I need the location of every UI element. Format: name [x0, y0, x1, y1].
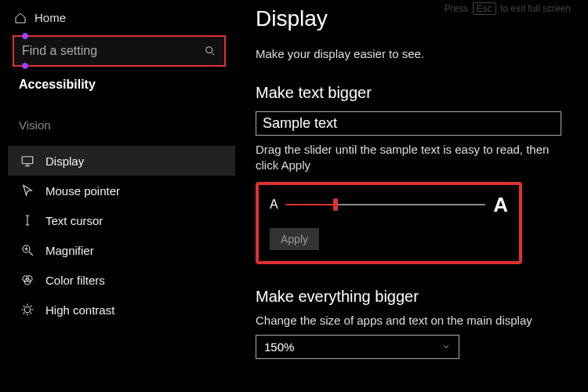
color-filters-icon	[20, 273, 34, 287]
selection-handle-icon	[22, 63, 28, 69]
sample-text-preview: Sample text	[256, 111, 561, 136]
scale-instruction: Change the size of apps and text on the …	[256, 314, 561, 327]
sidebar-item-text-cursor[interactable]: Text cursor	[8, 205, 235, 235]
home-icon	[14, 12, 27, 24]
slider-instruction: Drag the slider until the sample text is…	[256, 142, 561, 174]
sidebar-item-mouse-pointer[interactable]: Mouse pointer	[8, 176, 235, 205]
sidebar-item-display[interactable]: Display	[8, 146, 235, 176]
search-box[interactable]	[13, 35, 226, 67]
search-icon	[204, 45, 216, 57]
big-a-label: A	[493, 193, 508, 217]
text-size-control-highlight: A A Apply	[256, 182, 522, 264]
sidebar-item-label: Color filters	[45, 274, 105, 287]
svg-rect-1	[22, 157, 33, 164]
apply-button[interactable]: Apply	[270, 228, 319, 250]
sidebar: Home Accessibility Vision Display Mouse …	[0, 0, 235, 392]
sidebar-group-label: Vision	[8, 118, 235, 132]
esc-key-icon: Esc	[473, 2, 496, 15]
sidebar-section-title: Accessibility	[8, 78, 235, 92]
text-size-slider-row: A A	[270, 193, 508, 217]
text-cursor-icon	[20, 213, 34, 227]
search-input[interactable]	[22, 44, 204, 58]
chevron-down-icon	[441, 342, 451, 351]
page-subtitle: Make your display easier to see.	[256, 47, 571, 60]
monitor-icon	[20, 154, 34, 168]
main-panel: Press Esc to exit full screen Display Ma…	[235, 0, 588, 392]
sidebar-item-label: Mouse pointer	[45, 184, 120, 198]
sidebar-item-label: High contrast	[45, 303, 114, 317]
sidebar-item-magnifier[interactable]: Magnifier	[8, 235, 235, 265]
sidebar-item-label: Magnifier	[45, 244, 94, 257]
small-a-label: A	[270, 198, 278, 212]
slider-thumb[interactable]	[333, 198, 338, 211]
dropdown-value: 150%	[264, 340, 294, 354]
section-make-text-bigger: Make text bigger	[256, 84, 571, 102]
home-label: Home	[34, 11, 66, 24]
home-nav[interactable]: Home	[8, 8, 235, 27]
high-contrast-icon	[20, 303, 34, 317]
cursor-icon	[20, 183, 34, 198]
display-scale-dropdown[interactable]: 150%	[256, 335, 459, 359]
magnifier-icon	[20, 243, 34, 257]
selection-handle-icon	[22, 33, 28, 39]
text-size-slider[interactable]	[286, 204, 486, 205]
sidebar-nav: Display Mouse pointer Text cursor Magnif…	[8, 146, 235, 325]
sidebar-item-label: Text cursor	[45, 214, 103, 227]
sidebar-item-color-filters[interactable]: Color filters	[8, 265, 235, 295]
sidebar-item-high-contrast[interactable]: High contrast	[8, 295, 235, 325]
svg-point-6	[24, 307, 31, 313]
svg-point-0	[206, 47, 212, 53]
sidebar-item-label: Display	[45, 154, 84, 168]
slider-fill	[286, 204, 336, 205]
section-make-everything-bigger: Make everything bigger	[256, 288, 571, 306]
fullscreen-hint: Press Esc to exit full screen	[445, 3, 571, 14]
